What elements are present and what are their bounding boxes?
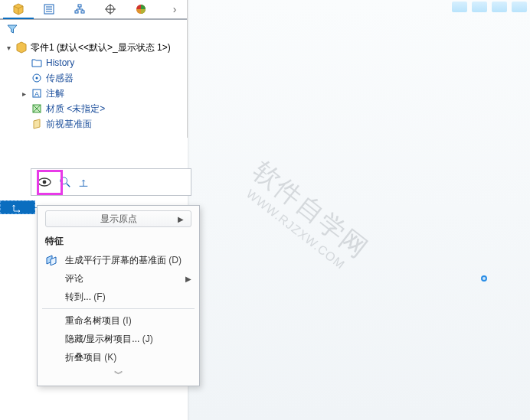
list-icon [43,3,55,15]
eye-icon[interactable] [36,174,53,190]
ctx-item-collapse[interactable]: 折叠项目 (K) [38,348,199,366]
ctx-item-comments[interactable]: 评论 ▶ [38,269,199,288]
tree-item-label: 传感器 [46,72,74,85]
annotation-icon: A [31,87,43,99]
tree-root-label: 零件1 (默认<<默认>_显示状态 1>) [31,41,171,54]
tree-item-label: 材质 <未指定> [46,103,105,116]
panel-overflow-arrow[interactable]: › [165,0,184,18]
tree-item-sensors[interactable]: 传感器 [2,70,187,86]
divider [42,308,195,309]
tree-item-label: 注解 [46,87,64,100]
panel-tab-bar: › [0,0,187,20]
tab-property-manager[interactable] [34,0,64,18]
context-menu-section-label: 特征 [38,230,199,251]
svg-point-20 [61,177,67,184]
sphere-icon [135,3,147,15]
origin-icon [12,202,23,213]
part-icon [15,41,28,54]
expander-icon[interactable]: ▸ [20,90,28,98]
sensor-icon [31,72,43,84]
plane-icon [31,118,43,130]
chevron-right-icon: ▶ [175,215,186,223]
tab-configuration[interactable] [64,0,95,18]
hierarchy-icon [74,3,86,15]
folder-icon [31,57,43,69]
tree-item-origin[interactable] [0,200,35,214]
ctx-item-label: 转到... (F) [65,291,191,304]
ctx-item-rename-tree[interactable]: 重命名树项目 (I) [38,311,199,330]
tree-item-history[interactable]: History [2,55,187,70]
feature-tree: ▾ 零件1 (默认<<默认>_显示状态 1>) History 传感器 ▸ A [0,38,187,138]
tree-item-label: 前视基准面 [46,118,92,131]
tree-item-label: History [46,57,74,68]
origin-marker[interactable] [481,275,487,282]
tree-item-material[interactable]: 材质 <未指定> [2,101,187,116]
tree-item-plane-front[interactable]: 前视基准面 [2,116,187,132]
ctx-item-hide-show-tree[interactable]: 隐藏/显示树项目... (J) [38,330,199,348]
tree-root[interactable]: ▾ 零件1 (默认<<默认>_显示状态 1>) [2,40,187,55]
ctx-item-label: 重命名树项目 (I) [65,314,191,327]
viewport[interactable] [188,0,530,420]
svg-line-21 [67,184,70,187]
target-icon [104,3,116,15]
expander-icon[interactable]: ▾ [5,44,12,52]
ctx-item-label: 评论 [65,272,179,285]
filter-row [0,20,187,38]
tree-item-annotations[interactable]: ▸ A 注解 [2,86,187,101]
feature-tree-panel: › ▾ 零件1 (默认<<默认>_显示状态 1>) History 传 [0,0,188,138]
material-icon [31,103,43,115]
axis-icon[interactable] [77,176,90,188]
context-toolbar [31,168,191,196]
svg-point-19 [43,181,47,184]
zoom-icon[interactable] [59,176,71,188]
ctx-expand-chevrons[interactable]: ︾ [38,366,199,383]
tab-feature-tree[interactable] [3,1,34,19]
chevron-right-icon: ▶ [185,275,191,283]
svg-rect-6 [81,11,84,13]
ctx-item-label: 隐藏/显示树项目... (J) [65,333,191,346]
ctx-item-goto[interactable]: 转到... (F) [38,288,199,306]
svg-text:A: A [34,90,39,98]
svg-rect-5 [75,11,78,13]
ctx-item-create-plane-parallel[interactable]: 生成平行于屏幕的基准面 (D) [38,251,199,269]
view-tools-top [452,2,527,12]
plane-parallel-icon [45,255,59,265]
tab-dimxpert[interactable] [95,0,126,18]
funnel-icon[interactable] [6,23,18,35]
tab-appearances[interactable] [126,0,156,18]
ctx-item-label: 生成平行于屏幕的基准面 (D) [65,254,191,267]
cube-icon [12,3,25,15]
context-menu: 显示原点 ▶ 特征 生成平行于屏幕的基准面 (D) 评论 ▶ 转到... (F)… [37,205,200,386]
ctx-item-label: 折叠项目 (K) [65,351,191,364]
context-menu-header-label: 显示原点 [46,213,191,226]
context-menu-header[interactable]: 显示原点 ▶ [45,210,191,227]
svg-point-12 [36,77,38,80]
svg-rect-4 [78,5,81,7]
